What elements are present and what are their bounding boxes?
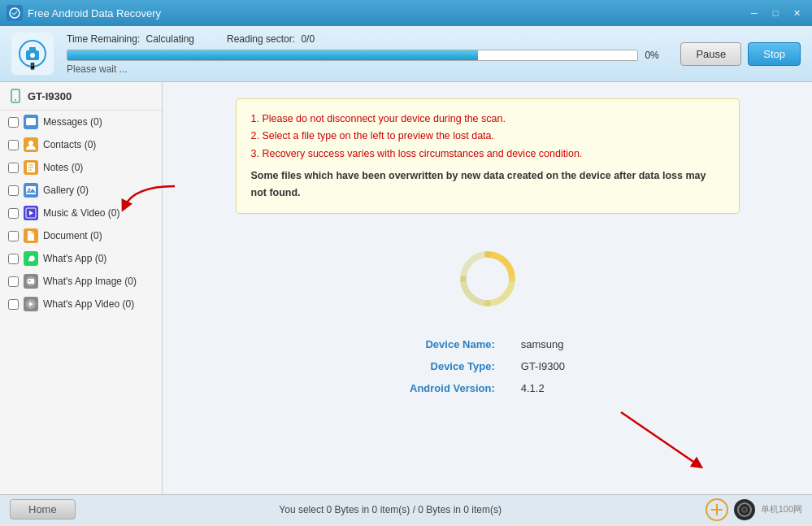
whatsapp-video-icon xyxy=(24,297,38,311)
header-buttons: Pause Stop xyxy=(680,42,801,66)
whatsapp-label: What's App (0) xyxy=(43,253,106,264)
device-type-label: Device Type: xyxy=(397,355,508,377)
progress-bar-row: 0% xyxy=(67,50,667,61)
svg-point-9 xyxy=(15,99,16,101)
svg-point-11 xyxy=(28,141,33,146)
contacts-icon xyxy=(24,137,38,152)
gallery-label: Gallery (0) xyxy=(43,185,89,196)
music-video-icon xyxy=(24,206,38,220)
progress-bar-fill xyxy=(67,50,478,60)
sidebar: GT-I9300 Messages (0) Contacts (0) xyxy=(0,82,163,494)
whatsapp-image-label: What's App Image (0) xyxy=(43,276,137,287)
whatsapp-video-checkbox[interactable] xyxy=(8,299,19,310)
device-label: GT-I9300 xyxy=(0,82,162,111)
whatsapp-image-checkbox[interactable] xyxy=(8,276,19,287)
gallery-icon xyxy=(24,183,38,198)
footer-right: 单机100网 xyxy=(706,498,802,521)
sidebar-item-whatsapp-video[interactable]: What's App Video (0) xyxy=(0,293,162,315)
close-btn[interactable]: ✕ xyxy=(788,4,805,22)
sidebar-item-whatsapp-image[interactable]: What's App Image (0) xyxy=(0,270,162,293)
window-controls: ─ □ ✕ xyxy=(745,4,805,22)
main-layout: GT-I9300 Messages (0) Contacts (0) xyxy=(0,82,812,494)
svg-rect-5 xyxy=(29,47,36,52)
please-wait-text: Please wait ... xyxy=(67,63,667,75)
sidebar-item-messages[interactable]: Messages (0) xyxy=(0,111,162,133)
add-icon xyxy=(706,498,728,521)
svg-text:📱: 📱 xyxy=(28,62,37,70)
svg-rect-22 xyxy=(28,279,34,284)
android-version-value: 4.1.2 xyxy=(508,377,578,399)
info-bold-text: Some files which have been overwritten b… xyxy=(251,167,724,202)
content-area: 1. Please do not disconnect your device … xyxy=(163,82,812,494)
reading-sector: Reading sector: 0/0 xyxy=(227,33,315,45)
footer-logo: 单机100网 xyxy=(761,503,802,515)
svg-point-23 xyxy=(29,280,31,282)
header-app-icon: 📱 xyxy=(11,33,54,75)
footer-status: You select 0 Bytes in 0 item(s) / 0 Byte… xyxy=(279,504,502,515)
info-line-3: 3. Recovery success varies with loss cir… xyxy=(251,146,724,163)
document-icon xyxy=(24,228,38,243)
sidebar-item-gallery[interactable]: Gallery (0) xyxy=(0,179,162,202)
app-title: Free Android Data Recovery xyxy=(28,7,745,20)
header-info: Time Remaining: Calculating Reading sect… xyxy=(67,33,667,75)
svg-point-32 xyxy=(743,508,746,511)
progress-percent: 0% xyxy=(645,50,667,61)
svg-point-6 xyxy=(30,53,35,58)
stop-button[interactable]: Stop xyxy=(748,42,801,66)
sidebar-item-document[interactable]: Document (0) xyxy=(0,224,162,247)
minimize-btn[interactable]: ─ xyxy=(745,4,763,22)
music-video-checkbox[interactable] xyxy=(8,208,19,219)
app-icon xyxy=(7,5,23,21)
device-name-label: Device Name: xyxy=(397,333,508,355)
maximize-btn[interactable]: □ xyxy=(766,4,784,22)
svg-marker-19 xyxy=(29,211,33,215)
notes-checkbox[interactable] xyxy=(8,163,19,173)
info-box: 1. Please do not disconnect your device … xyxy=(236,98,740,214)
whatsapp-image-icon xyxy=(24,274,38,289)
whatsapp-icon xyxy=(24,251,38,266)
progress-bar-bg xyxy=(67,50,638,61)
device-info: Device Name: samsung Device Type: GT-I93… xyxy=(397,333,578,399)
music-video-label: Music & Video (0) xyxy=(43,207,119,219)
messages-label: Messages (0) xyxy=(43,116,102,128)
time-remaining: Time Remaining: Calculating xyxy=(67,33,194,45)
svg-rect-16 xyxy=(26,186,36,194)
home-button[interactable]: Home xyxy=(10,499,76,519)
sidebar-item-music-video[interactable]: Music & Video (0) xyxy=(0,202,162,224)
info-line-2: 2. Select a file type on the left to pre… xyxy=(251,128,724,145)
pause-button[interactable]: Pause xyxy=(680,42,741,66)
android-version-label: Android Version: xyxy=(397,377,508,399)
whatsapp-video-label: What's App Video (0) xyxy=(43,298,134,310)
sidebar-item-contacts[interactable]: Contacts (0) xyxy=(0,133,162,156)
gallery-checkbox[interactable] xyxy=(8,185,19,196)
whatsapp-checkbox[interactable] xyxy=(8,254,19,264)
scan-status-row: Time Remaining: Calculating Reading sect… xyxy=(67,33,667,45)
footer: Home You select 0 Bytes in 0 item(s) / 0… xyxy=(0,494,812,524)
device-type-value: GT-I9300 xyxy=(508,355,578,377)
loading-spinner xyxy=(455,246,520,314)
camera-icon xyxy=(733,498,756,521)
document-label: Document (0) xyxy=(43,230,102,241)
notes-label: Notes (0) xyxy=(43,162,83,173)
sidebar-item-notes[interactable]: Notes (0) xyxy=(0,156,162,179)
header-area: 📱 Time Remaining: Calculating Reading se… xyxy=(0,26,812,82)
contacts-label: Contacts (0) xyxy=(43,139,96,150)
info-line-1: 1. Please do not disconnect your device … xyxy=(251,111,724,128)
notes-icon xyxy=(24,160,38,175)
title-bar: Free Android Data Recovery ─ □ ✕ xyxy=(0,0,812,26)
contacts-checkbox[interactable] xyxy=(8,140,19,150)
messages-checkbox[interactable] xyxy=(8,117,19,128)
device-name-value: samsung xyxy=(508,333,578,355)
sidebar-item-whatsapp[interactable]: What's App (0) xyxy=(0,247,162,270)
document-checkbox[interactable] xyxy=(8,231,19,241)
messages-icon xyxy=(24,115,38,129)
